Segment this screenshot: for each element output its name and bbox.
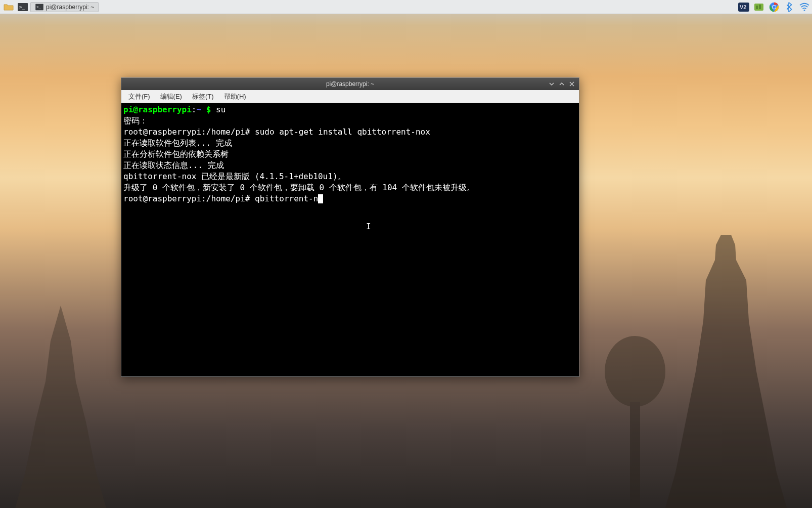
svg-rect-10 (759, 5, 761, 9)
terminal-line: 升级了 0 个软件包，新安装了 0 个软件包，要卸载 0 个软件包，有 104 … (123, 182, 577, 193)
terminal-line: 正在读取状态信息... 完成 (123, 160, 577, 171)
maximize-button[interactable] (558, 80, 566, 88)
titlebar[interactable]: pi@raspberrypi: ~ (121, 78, 579, 90)
minimize-button[interactable] (548, 80, 556, 88)
terminal-line: 正在分析软件包的依赖关系树 (123, 149, 577, 160)
background-temple-left (10, 280, 111, 508)
terminal-content[interactable]: pi@raspberrypi:~ $ su 密码： root@raspberry… (121, 103, 579, 376)
terminal-line: 密码： (123, 115, 577, 126)
menu-file[interactable]: 文件(F) (124, 91, 154, 103)
svg-point-16 (804, 9, 805, 11)
system-tray: V2 (738, 2, 810, 13)
chrome-icon[interactable] (769, 2, 780, 13)
menu-help[interactable]: 帮助(H) (220, 91, 250, 103)
svg-rect-1 (630, 402, 640, 508)
terminal-line: 正在读取软件包列表... 完成 (123, 138, 577, 149)
wifi-icon[interactable] (799, 2, 810, 13)
close-button[interactable] (568, 80, 576, 88)
window-title: pi@raspberrypi: ~ (326, 80, 374, 88)
vnc-icon[interactable]: V2 (738, 2, 749, 13)
taskbar-active-app[interactable]: >_ pi@raspberrypi: ~ (30, 2, 99, 12)
background-tree (600, 331, 670, 508)
terminal-line: qbittorrent-nox 已经是最新版 (4.1.5-1+deb10u1)… (123, 171, 577, 182)
background-temple-right (660, 230, 792, 508)
svg-point-15 (773, 5, 776, 8)
terminal-launcher-icon[interactable]: >_ (16, 2, 29, 13)
menu-tabs[interactable]: 标签(T) (188, 91, 218, 103)
menubar: 文件(F) 编辑(E) 标签(T) 帮助(H) (121, 90, 579, 103)
taskbar-app-label: pi@raspberrypi: ~ (46, 4, 94, 11)
activity-icon[interactable] (753, 2, 764, 13)
svg-text:>_: >_ (19, 5, 25, 10)
file-manager-icon[interactable] (2, 2, 15, 13)
terminal-line: root@raspberrypi:/home/pi# qbittorrent-n (123, 193, 577, 204)
taskbar-left: >_ >_ pi@raspberrypi: ~ (2, 2, 99, 13)
taskbar: >_ >_ pi@raspberrypi: ~ V2 (0, 0, 812, 14)
mouse-text-cursor: I (366, 221, 371, 232)
terminal-window: pi@raspberrypi: ~ 文件(F) 编辑(E) 标签(T) 帮助(H… (121, 77, 579, 377)
text-cursor (318, 194, 323, 203)
svg-point-0 (605, 336, 665, 407)
menu-edit[interactable]: 编辑(E) (156, 91, 186, 103)
bluetooth-icon[interactable] (784, 2, 795, 13)
terminal-line: root@raspberrypi:/home/pi# sudo apt-get … (123, 126, 577, 138)
svg-rect-9 (756, 6, 758, 9)
svg-text:>_: >_ (37, 5, 41, 9)
titlebar-controls (548, 80, 576, 88)
svg-text:V2: V2 (740, 4, 746, 10)
terminal-line: pi@raspberrypi:~ $ su (123, 104, 577, 115)
